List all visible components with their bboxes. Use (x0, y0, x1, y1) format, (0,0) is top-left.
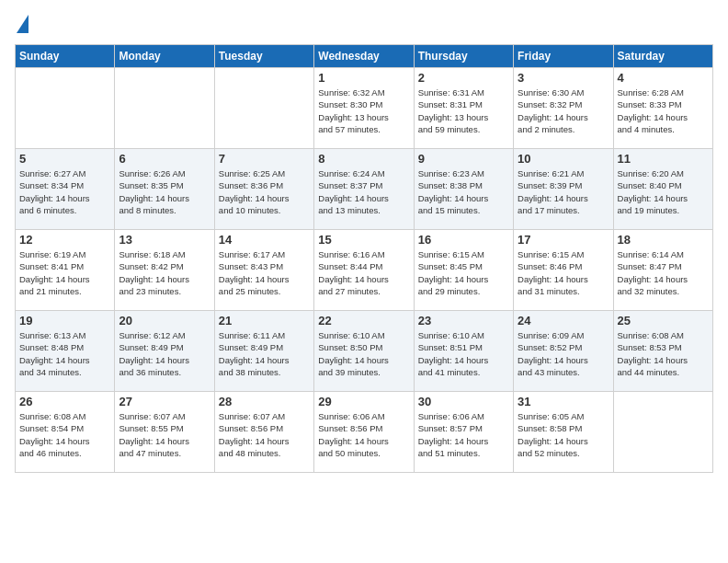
day-info: Sunrise: 6:16 AMSunset: 8:44 PMDaylight:… (318, 248, 409, 297)
calendar-row-1: 5Sunrise: 6:27 AMSunset: 8:34 PMDaylight… (16, 149, 713, 230)
calendar-cell: 26Sunrise: 6:08 AMSunset: 8:54 PMDayligh… (16, 392, 115, 473)
calendar-cell: 5Sunrise: 6:27 AMSunset: 8:34 PMDaylight… (16, 149, 115, 230)
day-number: 3 (518, 71, 609, 85)
calendar-cell: 25Sunrise: 6:08 AMSunset: 8:53 PMDayligh… (613, 311, 712, 392)
day-info: Sunrise: 6:19 AMSunset: 8:41 PMDaylight:… (19, 248, 110, 297)
day-number: 30 (418, 395, 509, 408)
calendar-cell: 14Sunrise: 6:17 AMSunset: 8:43 PMDayligh… (214, 230, 313, 311)
weekday-saturday: Saturday (613, 45, 712, 68)
calendar-cell: 22Sunrise: 6:10 AMSunset: 8:50 PMDayligh… (314, 311, 414, 392)
calendar-cell: 23Sunrise: 6:10 AMSunset: 8:51 PMDayligh… (414, 311, 513, 392)
day-number: 8 (318, 152, 409, 166)
logo-triangle-icon (17, 15, 28, 33)
calendar-cell (16, 68, 115, 149)
calendar-cell: 20Sunrise: 6:12 AMSunset: 8:49 PMDayligh… (115, 311, 214, 392)
calendar-cell: 4Sunrise: 6:28 AMSunset: 8:33 PMDaylight… (613, 68, 712, 149)
calendar-cell: 13Sunrise: 6:18 AMSunset: 8:42 PMDayligh… (115, 230, 214, 311)
calendar-cell (613, 392, 712, 473)
weekday-wednesday: Wednesday (314, 45, 414, 68)
day-info: Sunrise: 6:28 AMSunset: 8:33 PMDaylight:… (618, 86, 709, 135)
day-number: 28 (219, 395, 310, 408)
calendar-row-0: 1Sunrise: 6:32 AMSunset: 8:30 PMDaylight… (16, 68, 713, 149)
calendar-cell: 30Sunrise: 6:06 AMSunset: 8:57 PMDayligh… (414, 392, 513, 473)
day-number: 29 (318, 395, 409, 408)
weekday-friday: Friday (514, 45, 613, 68)
calendar-cell: 1Sunrise: 6:32 AMSunset: 8:30 PMDaylight… (314, 68, 414, 149)
day-info: Sunrise: 6:05 AMSunset: 8:58 PMDaylight:… (518, 410, 609, 459)
day-info: Sunrise: 6:07 AMSunset: 8:55 PMDaylight:… (119, 410, 210, 459)
day-info: Sunrise: 6:21 AMSunset: 8:39 PMDaylight:… (518, 167, 609, 216)
day-number: 14 (219, 233, 310, 247)
day-info: Sunrise: 6:10 AMSunset: 8:50 PMDaylight:… (318, 329, 409, 378)
calendar-row-3: 19Sunrise: 6:13 AMSunset: 8:48 PMDayligh… (16, 311, 713, 392)
weekday-header-row: SundayMondayTuesdayWednesdayThursdayFrid… (16, 45, 713, 68)
day-info: Sunrise: 6:25 AMSunset: 8:36 PMDaylight:… (219, 167, 310, 216)
day-number: 6 (119, 152, 210, 166)
day-number: 24 (518, 314, 609, 327)
day-info: Sunrise: 6:11 AMSunset: 8:49 PMDaylight:… (219, 329, 310, 378)
calendar-cell: 3Sunrise: 6:30 AMSunset: 8:32 PMDaylight… (514, 68, 613, 149)
day-number: 31 (518, 395, 609, 408)
day-info: Sunrise: 6:08 AMSunset: 8:54 PMDaylight:… (19, 410, 110, 459)
calendar-cell: 17Sunrise: 6:15 AMSunset: 8:46 PMDayligh… (514, 230, 613, 311)
day-info: Sunrise: 6:30 AMSunset: 8:32 PMDaylight:… (518, 86, 609, 135)
day-info: Sunrise: 6:31 AMSunset: 8:31 PMDaylight:… (418, 86, 509, 135)
calendar-cell: 2Sunrise: 6:31 AMSunset: 8:31 PMDaylight… (414, 68, 513, 149)
day-number: 15 (318, 233, 409, 247)
calendar-cell: 18Sunrise: 6:14 AMSunset: 8:47 PMDayligh… (613, 230, 712, 311)
day-info: Sunrise: 6:06 AMSunset: 8:57 PMDaylight:… (418, 410, 509, 459)
day-number: 11 (618, 152, 709, 166)
calendar-cell: 19Sunrise: 6:13 AMSunset: 8:48 PMDayligh… (16, 311, 115, 392)
day-number: 27 (119, 395, 210, 408)
day-info: Sunrise: 6:15 AMSunset: 8:45 PMDaylight:… (418, 248, 509, 297)
weekday-tuesday: Tuesday (214, 45, 313, 68)
calendar-cell: 16Sunrise: 6:15 AMSunset: 8:45 PMDayligh… (414, 230, 513, 311)
calendar-cell: 28Sunrise: 6:07 AMSunset: 8:56 PMDayligh… (214, 392, 313, 473)
day-info: Sunrise: 6:08 AMSunset: 8:53 PMDaylight:… (618, 329, 709, 378)
day-info: Sunrise: 6:26 AMSunset: 8:35 PMDaylight:… (119, 167, 210, 216)
calendar-cell: 21Sunrise: 6:11 AMSunset: 8:49 PMDayligh… (214, 311, 313, 392)
day-info: Sunrise: 6:14 AMSunset: 8:47 PMDaylight:… (618, 248, 709, 297)
day-info: Sunrise: 6:27 AMSunset: 8:34 PMDaylight:… (19, 167, 110, 216)
logo (15, 15, 28, 35)
calendar-cell: 10Sunrise: 6:21 AMSunset: 8:39 PMDayligh… (514, 149, 613, 230)
calendar-cell: 8Sunrise: 6:24 AMSunset: 8:37 PMDaylight… (314, 149, 414, 230)
calendar-cell: 31Sunrise: 6:05 AMSunset: 8:58 PMDayligh… (514, 392, 613, 473)
day-number: 4 (618, 71, 709, 85)
day-info: Sunrise: 6:06 AMSunset: 8:56 PMDaylight:… (318, 410, 409, 459)
calendar-cell: 6Sunrise: 6:26 AMSunset: 8:35 PMDaylight… (115, 149, 214, 230)
calendar-cell: 11Sunrise: 6:20 AMSunset: 8:40 PMDayligh… (613, 149, 712, 230)
day-number: 1 (318, 71, 409, 85)
day-number: 20 (119, 314, 210, 327)
day-info: Sunrise: 6:07 AMSunset: 8:56 PMDaylight:… (219, 410, 310, 459)
page: SundayMondayTuesdayWednesdayThursdayFrid… (0, 0, 728, 563)
calendar-row-2: 12Sunrise: 6:19 AMSunset: 8:41 PMDayligh… (16, 230, 713, 311)
day-number: 21 (219, 314, 310, 327)
day-number: 22 (318, 314, 409, 327)
day-info: Sunrise: 6:24 AMSunset: 8:37 PMDaylight:… (318, 167, 409, 216)
day-info: Sunrise: 6:17 AMSunset: 8:43 PMDaylight:… (219, 248, 310, 297)
day-number: 5 (19, 152, 110, 166)
day-info: Sunrise: 6:12 AMSunset: 8:49 PMDaylight:… (119, 329, 210, 378)
day-number: 9 (418, 152, 509, 166)
day-number: 7 (219, 152, 310, 166)
calendar-cell: 7Sunrise: 6:25 AMSunset: 8:36 PMDaylight… (214, 149, 313, 230)
calendar-cell: 9Sunrise: 6:23 AMSunset: 8:38 PMDaylight… (414, 149, 513, 230)
day-info: Sunrise: 6:18 AMSunset: 8:42 PMDaylight:… (119, 248, 210, 297)
day-info: Sunrise: 6:10 AMSunset: 8:51 PMDaylight:… (418, 329, 509, 378)
calendar-cell (214, 68, 313, 149)
day-info: Sunrise: 6:09 AMSunset: 8:52 PMDaylight:… (518, 329, 609, 378)
day-number: 17 (518, 233, 609, 247)
day-info: Sunrise: 6:15 AMSunset: 8:46 PMDaylight:… (518, 248, 609, 297)
calendar: SundayMondayTuesdayWednesdayThursdayFrid… (15, 44, 713, 473)
calendar-cell: 15Sunrise: 6:16 AMSunset: 8:44 PMDayligh… (314, 230, 414, 311)
calendar-cell: 27Sunrise: 6:07 AMSunset: 8:55 PMDayligh… (115, 392, 214, 473)
day-number: 2 (418, 71, 509, 85)
header (15, 15, 713, 35)
day-number: 25 (618, 314, 709, 327)
calendar-row-4: 26Sunrise: 6:08 AMSunset: 8:54 PMDayligh… (16, 392, 713, 473)
day-number: 10 (518, 152, 609, 166)
day-number: 18 (618, 233, 709, 247)
weekday-thursday: Thursday (414, 45, 513, 68)
day-info: Sunrise: 6:13 AMSunset: 8:48 PMDaylight:… (19, 329, 110, 378)
